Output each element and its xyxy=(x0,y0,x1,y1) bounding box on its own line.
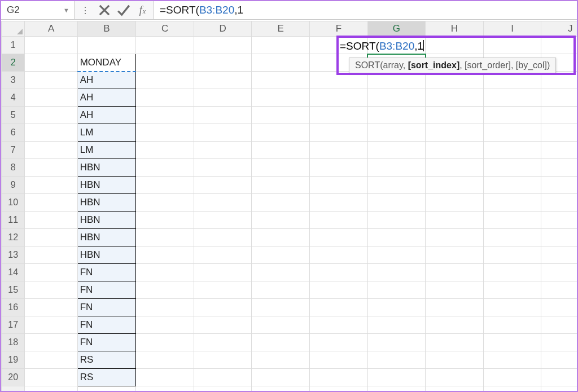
cell-J18[interactable] xyxy=(541,334,577,351)
cell-B13[interactable]: HBN xyxy=(77,246,136,264)
cell-A11[interactable] xyxy=(25,212,77,229)
row-header-9[interactable]: 9 xyxy=(2,177,25,194)
cell-D5[interactable] xyxy=(194,107,252,124)
cell-H10[interactable] xyxy=(426,194,484,212)
cell-C7[interactable] xyxy=(136,142,194,159)
cell-E13[interactable] xyxy=(252,246,310,264)
row-header-3[interactable]: 3 xyxy=(2,72,25,89)
cell-H11[interactable] xyxy=(426,212,484,229)
cell-G13[interactable] xyxy=(367,246,426,264)
row-header-1[interactable]: 1 xyxy=(2,37,25,54)
col-header-J[interactable]: J xyxy=(541,21,577,37)
cell-A1[interactable] xyxy=(25,37,77,54)
select-all-corner[interactable] xyxy=(2,21,25,37)
cell-G14[interactable] xyxy=(367,264,426,281)
cell-G21[interactable] xyxy=(367,386,426,391)
cell-J12[interactable] xyxy=(541,229,577,246)
cell-H13[interactable] xyxy=(426,246,484,264)
fx-icon[interactable]: fx xyxy=(135,3,150,17)
cell-F1[interactable] xyxy=(310,37,368,54)
cell-J11[interactable] xyxy=(541,212,577,229)
cell-E14[interactable] xyxy=(252,264,310,281)
cell-F13[interactable] xyxy=(310,246,368,264)
cell-G11[interactable] xyxy=(367,212,426,229)
cell-E2[interactable] xyxy=(252,54,310,72)
row-header-8[interactable]: 8 xyxy=(2,159,25,177)
cell-B18[interactable]: FN xyxy=(77,334,136,351)
cell-G4[interactable] xyxy=(367,89,426,107)
cell-A18[interactable] xyxy=(25,334,77,351)
cell-E9[interactable] xyxy=(252,177,310,194)
cell-A16[interactable] xyxy=(25,299,77,316)
cell-A5[interactable] xyxy=(25,107,77,124)
cell-G6[interactable] xyxy=(367,124,426,142)
cell-B20[interactable]: RS xyxy=(77,369,136,386)
cell-J1[interactable] xyxy=(541,37,577,54)
cell-E6[interactable] xyxy=(252,124,310,142)
cell-G15[interactable] xyxy=(367,281,426,299)
cell-F17[interactable] xyxy=(310,316,368,334)
cell-A15[interactable] xyxy=(25,281,77,299)
cell-F12[interactable] xyxy=(310,229,368,246)
row-header-20[interactable]: 20 xyxy=(2,369,25,386)
cell-B16[interactable]: FN xyxy=(77,299,136,316)
cell-G5[interactable] xyxy=(367,107,426,124)
cell-A10[interactable] xyxy=(25,194,77,212)
cell-C9[interactable] xyxy=(136,177,194,194)
row-header-14[interactable]: 14 xyxy=(2,264,25,281)
cell-C18[interactable] xyxy=(136,334,194,351)
spreadsheet-grid[interactable]: A B C D E F G H I J 12MONDAY3AH4AH5AH6LM… xyxy=(1,21,577,391)
cell-D13[interactable] xyxy=(194,246,252,264)
cell-A6[interactable] xyxy=(25,124,77,142)
cell-C11[interactable] xyxy=(136,212,194,229)
cell-D10[interactable] xyxy=(194,194,252,212)
cell-G3[interactable] xyxy=(367,72,426,89)
cell-D2[interactable] xyxy=(194,54,252,72)
cell-E4[interactable] xyxy=(252,89,310,107)
cell-B8[interactable]: HBN xyxy=(77,159,136,177)
cell-I17[interactable] xyxy=(483,316,541,334)
cell-C5[interactable] xyxy=(136,107,194,124)
cell-I12[interactable] xyxy=(483,229,541,246)
cell-C6[interactable] xyxy=(136,124,194,142)
row-header-10[interactable]: 10 xyxy=(2,194,25,212)
cell-F15[interactable] xyxy=(310,281,368,299)
cell-C2[interactable] xyxy=(136,54,194,72)
cell-B15[interactable]: FN xyxy=(77,281,136,299)
cell-J9[interactable] xyxy=(541,177,577,194)
cell-D14[interactable] xyxy=(194,264,252,281)
cell-E3[interactable] xyxy=(252,72,310,89)
cell-D7[interactable] xyxy=(194,142,252,159)
chevron-down-icon[interactable]: ▼ xyxy=(62,6,71,15)
cell-C4[interactable] xyxy=(136,89,194,107)
cell-H8[interactable] xyxy=(426,159,484,177)
cell-A20[interactable] xyxy=(25,369,77,386)
cell-G18[interactable] xyxy=(367,334,426,351)
cell-D3[interactable] xyxy=(194,72,252,89)
cell-E21[interactable] xyxy=(252,386,310,391)
cell-H19[interactable] xyxy=(426,351,484,369)
cell-F4[interactable] xyxy=(310,89,368,107)
cell-H20[interactable] xyxy=(426,369,484,386)
cell-H7[interactable] xyxy=(426,142,484,159)
row-header-19[interactable]: 19 xyxy=(2,351,25,369)
cell-H16[interactable] xyxy=(426,299,484,316)
cell-J13[interactable] xyxy=(541,246,577,264)
cell-I20[interactable] xyxy=(483,369,541,386)
cell-C14[interactable] xyxy=(136,264,194,281)
cell-J17[interactable] xyxy=(541,316,577,334)
cell-C17[interactable] xyxy=(136,316,194,334)
cell-D9[interactable] xyxy=(194,177,252,194)
cell-H3[interactable] xyxy=(426,72,484,89)
function-tooltip[interactable]: SORT(array, [sort_index], [sort_order], … xyxy=(349,58,556,73)
col-header-I[interactable]: I xyxy=(483,21,541,37)
cell-D21[interactable] xyxy=(194,386,252,391)
cell-H1[interactable] xyxy=(426,37,484,54)
row-header-4[interactable]: 4 xyxy=(2,89,25,107)
cell-D1[interactable] xyxy=(194,37,252,54)
cell-B21[interactable] xyxy=(77,386,136,391)
cell-G1[interactable] xyxy=(367,37,426,54)
cell-J16[interactable] xyxy=(541,299,577,316)
cell-F18[interactable] xyxy=(310,334,368,351)
cell-D16[interactable] xyxy=(194,299,252,316)
